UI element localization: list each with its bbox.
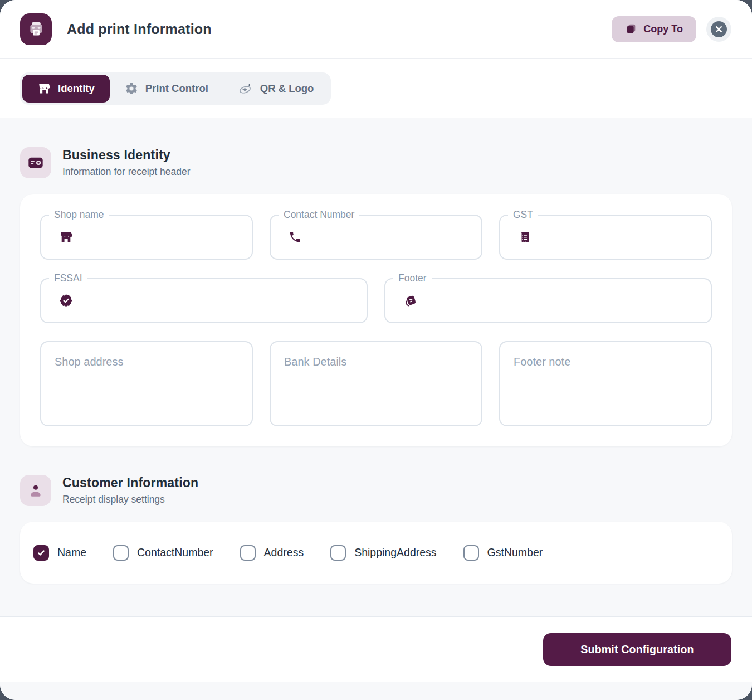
checkbox-label: GstNumber: [487, 546, 543, 559]
add-print-information-dialog: Add print Information Copy To: [0, 0, 752, 700]
address-checkbox[interactable]: [240, 545, 256, 561]
gst-field[interactable]: GST: [499, 215, 712, 260]
bank-details-textarea[interactable]: [270, 341, 482, 426]
tab-print-control-label: Print Control: [145, 82, 208, 95]
contact-number-input[interactable]: [271, 216, 481, 259]
store-icon: [37, 82, 51, 95]
checkbox-item-name[interactable]: Name: [33, 545, 86, 561]
checkbox-item-address[interactable]: Address: [240, 545, 304, 561]
checkbox-label: ContactNumber: [137, 546, 213, 559]
checkbox-label: ShippingAddress: [354, 546, 436, 559]
copy-icon: [625, 23, 637, 35]
id-card-icon: [20, 147, 51, 178]
checkbox-label: Name: [57, 546, 86, 559]
customer-information-card: Name ContactNumber Address ShippingAddre…: [20, 522, 732, 584]
close-button[interactable]: [706, 17, 731, 42]
copy-to-button[interactable]: Copy To: [612, 16, 696, 42]
tab-bar: Identity Print Control Q: [0, 59, 752, 118]
fssai-field[interactable]: FSSAI: [40, 278, 368, 323]
dialog-footer: Submit Configuration: [0, 616, 752, 682]
tab-identity[interactable]: Identity: [22, 75, 110, 103]
tab-qr-logo[interactable]: QR & Logo: [223, 75, 329, 103]
shop-name-input[interactable]: [41, 216, 252, 259]
printer-icon: [20, 13, 52, 45]
contactnumber-checkbox[interactable]: [113, 545, 129, 561]
tab-group: Identity Print Control Q: [20, 72, 331, 105]
dialog-body: Business Identity Information for receip…: [0, 118, 752, 616]
dialog-header: Add print Information Copy To: [0, 0, 752, 59]
tab-qr-logo-label: QR & Logo: [260, 82, 314, 95]
checkbox-item-shippingaddress[interactable]: ShippingAddress: [330, 545, 436, 561]
tab-identity-label: Identity: [58, 82, 95, 95]
check-icon: [37, 548, 46, 557]
fssai-input[interactable]: [41, 279, 367, 322]
gear-icon: [125, 82, 138, 95]
contact-number-field[interactable]: Contact Number: [270, 215, 482, 260]
close-icon: [711, 21, 727, 37]
sparkle-orbit-icon: [238, 81, 253, 96]
footer-field[interactable]: Footer: [384, 278, 712, 323]
business-identity-title: Business Identity: [62, 148, 191, 163]
dialog-title: Add print Information: [67, 21, 612, 37]
footer-input[interactable]: [385, 279, 711, 322]
customer-information-title: Customer Information: [62, 475, 198, 490]
submit-configuration-button[interactable]: Submit Configuration: [543, 633, 731, 666]
gstnumber-checkbox[interactable]: [463, 545, 479, 561]
shop-address-textarea[interactable]: [40, 341, 253, 426]
shop-name-field[interactable]: Shop name: [40, 215, 253, 260]
gst-input[interactable]: [500, 216, 711, 259]
checkbox-item-gstnumber[interactable]: GstNumber: [463, 545, 543, 561]
customer-information-section-header: Customer Information Receipt display set…: [20, 475, 732, 506]
name-checkbox[interactable]: [33, 545, 49, 561]
checkbox-item-contactnumber[interactable]: ContactNumber: [113, 545, 213, 561]
business-identity-section-header: Business Identity Information for receip…: [20, 147, 732, 178]
shippingaddress-checkbox[interactable]: [330, 545, 346, 561]
checkbox-label: Address: [264, 546, 304, 559]
person-icon: [20, 475, 51, 506]
bottom-strip: [0, 682, 752, 700]
business-identity-card: Shop name Contact Number: [20, 194, 732, 446]
customer-information-subtitle: Receipt display settings: [62, 494, 198, 505]
footer-note-textarea[interactable]: [499, 341, 712, 426]
business-identity-subtitle: Information for receipt header: [62, 166, 191, 178]
tab-print-control[interactable]: Print Control: [110, 75, 223, 103]
copy-to-label: Copy To: [643, 23, 683, 35]
